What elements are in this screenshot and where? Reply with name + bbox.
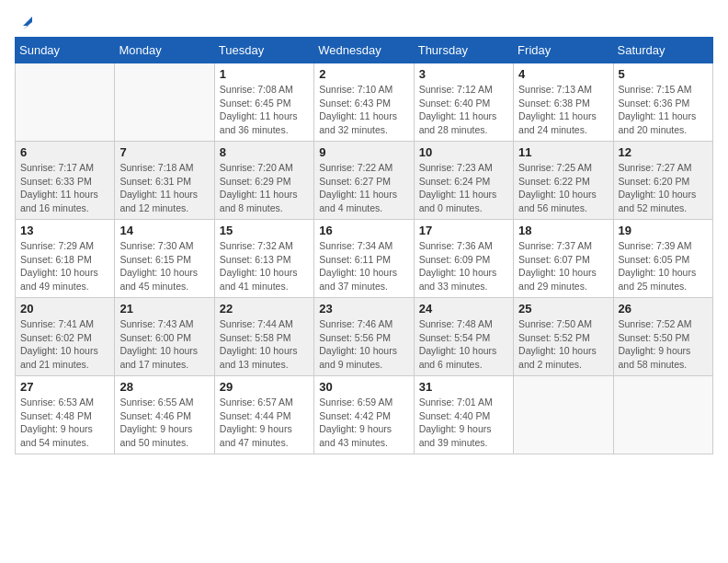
daylight-text: Daylight: 10 hours and 52 minutes.	[619, 188, 708, 214]
day-number: 16	[319, 224, 408, 237]
day-header-monday: Monday	[115, 38, 214, 63]
daylight-text: Daylight: 9 hours and 47 minutes.	[220, 422, 309, 449]
day-info: Sunrise: 7:44 AMSunset: 5:58 PMDaylight:…	[220, 317, 309, 372]
calendar-day-cell	[613, 376, 712, 454]
calendar-day-cell: 13Sunrise: 7:29 AMSunset: 6:18 PMDayligh…	[16, 220, 115, 298]
calendar-day-cell: 18Sunrise: 7:37 AMSunset: 6:07 PMDayligh…	[514, 220, 613, 298]
calendar-day-cell: 27Sunrise: 6:53 AMSunset: 4:48 PMDayligh…	[16, 376, 115, 454]
day-info: Sunrise: 7:08 AMSunset: 6:45 PMDaylight:…	[220, 83, 309, 137]
calendar-day-cell: 12Sunrise: 7:27 AMSunset: 6:20 PMDayligh…	[613, 142, 712, 220]
daylight-text: Daylight: 10 hours and 21 minutes.	[20, 344, 109, 371]
day-number: 17	[419, 224, 508, 237]
sunset-text: Sunset: 6:20 PM	[619, 175, 708, 189]
sunrise-text: Sunrise: 7:37 AM	[518, 239, 608, 253]
calendar-week-row: 20Sunrise: 7:41 AMSunset: 6:02 PMDayligh…	[16, 298, 713, 376]
day-info: Sunrise: 7:01 AMSunset: 4:40 PMDaylight:…	[419, 396, 508, 450]
calendar-week-row: 13Sunrise: 7:29 AMSunset: 6:18 PMDayligh…	[16, 220, 713, 298]
calendar-day-cell: 4Sunrise: 7:13 AMSunset: 6:38 PMDaylight…	[514, 63, 613, 142]
calendar-day-cell: 16Sunrise: 7:34 AMSunset: 6:11 PMDayligh…	[314, 220, 414, 298]
sunrise-text: Sunrise: 7:20 AM	[220, 161, 309, 175]
daylight-text: Daylight: 10 hours and 6 minutes.	[419, 344, 508, 371]
calendar-day-cell: 24Sunrise: 7:48 AMSunset: 5:54 PMDayligh…	[414, 298, 513, 376]
day-info: Sunrise: 7:36 AMSunset: 6:09 PMDaylight:…	[419, 239, 508, 293]
day-header-friday: Friday	[514, 38, 613, 63]
sunset-text: Sunset: 6:24 PM	[419, 175, 508, 189]
daylight-text: Daylight: 11 hours and 32 minutes.	[319, 109, 408, 136]
calendar-day-cell: 23Sunrise: 7:46 AMSunset: 5:56 PMDayligh…	[314, 298, 414, 376]
day-info: Sunrise: 7:50 AMSunset: 5:52 PMDaylight:…	[518, 317, 608, 372]
day-number: 24	[419, 302, 508, 316]
calendar-day-cell: 21Sunrise: 7:43 AMSunset: 6:00 PMDayligh…	[115, 298, 214, 376]
day-number: 26	[619, 302, 708, 316]
day-info: Sunrise: 7:52 AMSunset: 5:50 PMDaylight:…	[619, 317, 708, 372]
sunrise-text: Sunrise: 7:48 AM	[419, 317, 508, 331]
daylight-text: Daylight: 10 hours and 29 minutes.	[518, 266, 608, 293]
calendar-day-cell: 1Sunrise: 7:08 AMSunset: 6:45 PMDaylight…	[214, 63, 313, 142]
day-info: Sunrise: 7:43 AMSunset: 6:00 PMDaylight:…	[119, 317, 209, 372]
calendar-day-cell: 31Sunrise: 7:01 AMSunset: 4:40 PMDayligh…	[414, 376, 513, 454]
sunrise-text: Sunrise: 7:43 AM	[119, 317, 209, 331]
sunrise-text: Sunrise: 7:18 AM	[119, 161, 209, 175]
day-number: 5	[619, 67, 708, 81]
day-info: Sunrise: 6:59 AMSunset: 4:42 PMDaylight:…	[319, 396, 408, 450]
sunset-text: Sunset: 6:13 PM	[220, 253, 309, 267]
sunset-text: Sunset: 4:46 PM	[119, 409, 209, 423]
calendar-day-cell: 20Sunrise: 7:41 AMSunset: 6:02 PMDayligh…	[16, 298, 115, 376]
calendar-day-cell: 5Sunrise: 7:15 AMSunset: 6:36 PMDaylight…	[613, 63, 712, 142]
daylight-text: Daylight: 10 hours and 41 minutes.	[220, 266, 309, 293]
sunrise-text: Sunrise: 6:53 AM	[20, 396, 109, 409]
day-number: 15	[220, 224, 309, 237]
day-number: 27	[20, 380, 109, 394]
day-info: Sunrise: 7:34 AMSunset: 6:11 PMDaylight:…	[319, 239, 408, 293]
sunset-text: Sunset: 4:44 PM	[220, 409, 309, 423]
daylight-text: Daylight: 10 hours and 13 minutes.	[220, 344, 309, 371]
day-number: 10	[419, 145, 508, 159]
sunset-text: Sunset: 5:54 PM	[419, 331, 508, 345]
day-number: 29	[220, 380, 309, 394]
daylight-text: Daylight: 9 hours and 54 minutes.	[20, 422, 109, 449]
day-info: Sunrise: 6:53 AMSunset: 4:48 PMDaylight:…	[20, 396, 109, 450]
daylight-text: Daylight: 10 hours and 56 minutes.	[518, 188, 608, 214]
sunrise-text: Sunrise: 7:50 AM	[518, 317, 608, 331]
day-number: 13	[20, 224, 109, 237]
calendar-day-cell: 28Sunrise: 6:55 AMSunset: 4:46 PMDayligh…	[115, 376, 214, 454]
sunrise-text: Sunrise: 7:30 AM	[119, 239, 209, 253]
sunset-text: Sunset: 6:15 PM	[119, 253, 209, 267]
day-number: 14	[119, 224, 209, 237]
page-header	[15, 15, 713, 29]
day-header-tuesday: Tuesday	[214, 38, 313, 63]
daylight-text: Daylight: 11 hours and 20 minutes.	[619, 109, 708, 136]
day-info: Sunrise: 7:25 AMSunset: 6:22 PMDaylight:…	[518, 161, 608, 215]
day-header-thursday: Thursday	[414, 38, 513, 63]
day-info: Sunrise: 7:41 AMSunset: 6:02 PMDaylight:…	[20, 317, 109, 372]
day-number: 20	[20, 302, 109, 316]
daylight-text: Daylight: 9 hours and 43 minutes.	[319, 422, 408, 449]
day-number: 9	[319, 145, 408, 159]
day-number: 11	[518, 145, 608, 159]
sunset-text: Sunset: 5:58 PM	[220, 331, 309, 345]
daylight-text: Daylight: 10 hours and 45 minutes.	[119, 266, 209, 293]
day-header-saturday: Saturday	[613, 38, 712, 63]
day-number: 31	[419, 380, 508, 394]
calendar-day-cell: 17Sunrise: 7:36 AMSunset: 6:09 PMDayligh…	[414, 220, 513, 298]
calendar-day-cell: 8Sunrise: 7:20 AMSunset: 6:29 PMDaylight…	[214, 142, 313, 220]
sunrise-text: Sunrise: 6:55 AM	[119, 396, 209, 409]
sunset-text: Sunset: 4:40 PM	[419, 409, 508, 423]
sunset-text: Sunset: 6:40 PM	[419, 97, 508, 110]
sunset-text: Sunset: 6:11 PM	[319, 253, 408, 267]
day-info: Sunrise: 7:10 AMSunset: 6:43 PMDaylight:…	[319, 83, 408, 137]
sunrise-text: Sunrise: 7:15 AM	[619, 83, 708, 97]
sunrise-text: Sunrise: 7:34 AM	[319, 239, 408, 253]
day-info: Sunrise: 7:30 AMSunset: 6:15 PMDaylight:…	[119, 239, 209, 293]
day-number: 7	[119, 145, 209, 159]
daylight-text: Daylight: 11 hours and 0 minutes.	[419, 188, 508, 214]
sunrise-text: Sunrise: 6:59 AM	[319, 396, 408, 409]
sunrise-text: Sunrise: 7:27 AM	[619, 161, 708, 175]
calendar-day-cell: 11Sunrise: 7:25 AMSunset: 6:22 PMDayligh…	[514, 142, 613, 220]
day-info: Sunrise: 7:17 AMSunset: 6:33 PMDaylight:…	[20, 161, 109, 215]
calendar-day-cell	[514, 376, 613, 454]
sunset-text: Sunset: 6:05 PM	[619, 253, 708, 267]
day-info: Sunrise: 7:39 AMSunset: 6:05 PMDaylight:…	[619, 239, 708, 293]
daylight-text: Daylight: 11 hours and 8 minutes.	[220, 188, 309, 214]
calendar-day-cell: 26Sunrise: 7:52 AMSunset: 5:50 PMDayligh…	[613, 298, 712, 376]
